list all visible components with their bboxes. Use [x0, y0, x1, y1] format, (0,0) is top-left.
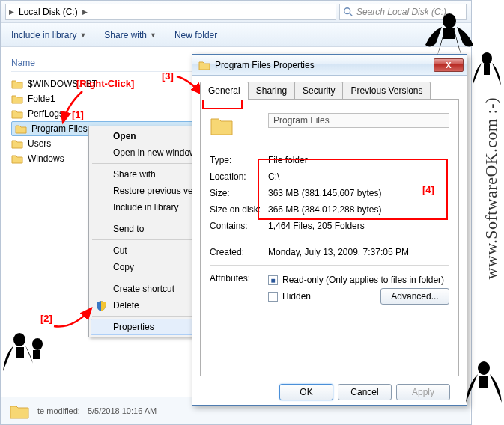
- menu-copy[interactable]: Copy: [91, 259, 204, 275]
- folder-icon: [210, 113, 234, 137]
- menu-open[interactable]: Open: [91, 128, 204, 144]
- menu-cut[interactable]: Cut: [91, 242, 204, 259]
- folder-icon: [11, 93, 23, 105]
- menu-send-to[interactable]: Send to: [91, 221, 204, 237]
- search-input[interactable]: Search Local Disk (C:): [339, 4, 467, 20]
- tab-panel-general: Program Files Type:File folder Location:…: [200, 100, 459, 376]
- created-value: Monday, July 13, 2009, 7:37:05 PM: [268, 247, 449, 257]
- tab-strip: General Sharing Security Previous Versio…: [200, 82, 459, 100]
- breadcrumb-part[interactable]: Local Disk (C:): [19, 7, 78, 17]
- folder-name: Windows: [28, 153, 64, 164]
- tab-security[interactable]: Security: [294, 82, 343, 99]
- status-modified: 5/5/2018 10:16 AM: [88, 406, 157, 415]
- menu-delete[interactable]: Delete: [91, 297, 204, 314]
- apply-button[interactable]: Apply: [396, 384, 450, 400]
- menu-share-with[interactable]: Share with: [91, 166, 204, 183]
- size-value: 363 MB (381,145,607 bytes): [268, 188, 449, 198]
- svg-line-1: [350, 13, 353, 16]
- search-icon: [343, 7, 353, 17]
- menu-create-shortcut[interactable]: Create shortcut: [91, 281, 204, 297]
- folder-icon: [9, 402, 30, 420]
- folder-icon: [198, 59, 210, 71]
- size-on-disk-value: 366 MB (384,012,288 bytes): [268, 204, 449, 215]
- contains-value: 1,464 Files, 205 Folders: [268, 221, 449, 231]
- close-button[interactable]: X: [434, 58, 464, 72]
- menu-open-new-window[interactable]: Open in new window: [91, 144, 204, 161]
- menu-restore-previous[interactable]: Restore previous vers: [91, 183, 204, 199]
- context-menu: Open Open in new window Share with Resto…: [88, 126, 207, 337]
- address-bar: ▶ Local Disk (C:) ▶ Search Local Disk (C…: [1, 1, 471, 23]
- svg-point-6: [478, 361, 490, 375]
- folder-icon: [11, 78, 23, 90]
- folder-name: Program Files: [31, 123, 88, 134]
- folder-icon: [11, 108, 23, 120]
- tab-general[interactable]: General: [200, 82, 249, 100]
- chevron-right-icon: ▶: [9, 8, 14, 16]
- silhouette-icon: [470, 51, 503, 96]
- shield-icon: [95, 300, 107, 312]
- ok-button[interactable]: OK: [279, 384, 333, 400]
- folder-name: Folde1: [28, 94, 55, 104]
- menu-properties[interactable]: Properties: [91, 319, 204, 335]
- folder-icon: [11, 153, 23, 165]
- svg-point-3: [482, 52, 492, 64]
- status-label: te modified:: [37, 406, 80, 415]
- folder-name: PerfLogs: [28, 108, 64, 119]
- menu-include-library[interactable]: Include in library: [91, 199, 204, 215]
- watermark: www.SoftwareOK.com :-): [482, 97, 501, 280]
- folder-name-field[interactable]: Program Files: [268, 113, 449, 128]
- type-value: File folder: [268, 155, 449, 165]
- share-with[interactable]: Share with ▼: [104, 30, 157, 40]
- readonly-checkbox[interactable]: ■Read-only (Only applies to files in fol…: [268, 273, 449, 287]
- hidden-checkbox[interactable]: Hidden: [268, 291, 311, 302]
- folder-name: $WINDOWS.~BT: [28, 79, 97, 89]
- cancel-button[interactable]: Cancel: [338, 384, 392, 400]
- tab-previous-versions[interactable]: Previous Versions: [342, 82, 431, 99]
- chevron-right-icon: ▶: [82, 8, 88, 16]
- new-folder[interactable]: New folder: [174, 30, 217, 40]
- dialog-titlebar[interactable]: Program Files Properties X: [192, 55, 467, 76]
- include-in-library[interactable]: Include in library ▼: [11, 30, 86, 40]
- toolbar: Include in library ▼ Share with ▼ New fo…: [1, 23, 471, 47]
- dialog-title: Program Files Properties: [215, 60, 315, 70]
- location-value: C:\: [268, 171, 449, 182]
- tab-sharing[interactable]: Sharing: [248, 82, 295, 99]
- folder-icon: [11, 138, 23, 150]
- folder-icon: [15, 123, 27, 135]
- advanced-button[interactable]: Advanced...: [380, 288, 449, 305]
- breadcrumb[interactable]: ▶ Local Disk (C:) ▶: [5, 4, 336, 20]
- svg-point-0: [344, 7, 350, 13]
- folder-name: Users: [28, 138, 51, 149]
- properties-dialog: Program Files Properties X General Shari…: [192, 54, 467, 406]
